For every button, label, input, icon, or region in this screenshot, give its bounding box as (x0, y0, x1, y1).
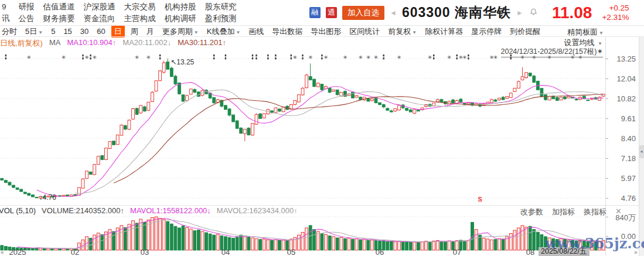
svg-text:✳: ✳ (374, 54, 379, 60)
tab-15min[interactable]: 15 (59, 27, 76, 36)
tab-30min[interactable]: 30 (76, 27, 93, 36)
button-price-alert[interactable]: 到价提醒 (506, 26, 544, 37)
menu-item-institution-holding[interactable]: 机构持股 (165, 1, 196, 12)
chevron-down-icon: ▼ (38, 30, 43, 35)
menu-item-research[interactable]: 研报 (19, 1, 35, 12)
button-draw-line[interactable]: 画线 (244, 26, 268, 37)
x-tick-label: 07 (445, 248, 469, 256)
chevron-down-icon: ▼ (412, 30, 417, 35)
svg-text:✳: ✳ (323, 54, 328, 60)
mavol2-value: MAVOL2:1623434.000↑ (217, 206, 298, 215)
add-indicator-button[interactable]: 加指标 (552, 207, 575, 217)
close-icon[interactable]: ✕ (615, 207, 622, 217)
y-axis-label: 7.18 (608, 154, 636, 163)
volume-bar-chart[interactable] (0, 216, 605, 252)
menu-item-shareholder[interactable]: 股东研究 (205, 1, 237, 12)
ma-info: 日线,前复权) MA MA10:10.904↑ MA20:11.002↓ MA3… (0, 38, 226, 49)
x-tick-label: 04 (214, 248, 237, 256)
button-range-stats[interactable]: 区间统计 (345, 26, 384, 37)
stock-app-window: { "header": { "menu_row1": ["9", "研报", "… (0, 0, 644, 256)
margin-badge[interactable]: 融 (309, 7, 321, 18)
stock-title: 603300 海南华铁 (402, 4, 511, 22)
ma10-value: MA10:10.904↑ (67, 38, 116, 49)
ma20-value: MA20:11.002↓ (122, 38, 171, 49)
menu-item-profit-forecast[interactable]: 盈利预测 (205, 13, 237, 24)
tab-daily-selected[interactable]: 日 (111, 26, 125, 37)
menu-item-frag1[interactable]: 9 (2, 1, 10, 12)
svg-text:✳: ✳ (358, 54, 363, 60)
x-axis: « » 2025/08/22/五 202502030405060708 (0, 247, 639, 256)
x-tick-label: 05 (280, 248, 303, 256)
scroll-left-icon[interactable]: « (1, 249, 3, 255)
alert-bell-icon[interactable] (530, 8, 537, 18)
volume-pane-actions: 改参数 加指标 换指标 ✕ (520, 207, 622, 217)
svg-text:✳: ✳ (293, 54, 298, 60)
svg-text:✳: ✳ (547, 54, 552, 60)
change-percent: +2.31% (602, 13, 629, 22)
add-watchlist-button[interactable]: 加入自选 (342, 6, 384, 20)
toolbar-divider (0, 36, 644, 37)
button-export-data[interactable]: 导出数据 (268, 26, 306, 37)
y-axis-label: 4.76 (608, 194, 636, 203)
svg-text:↖13.25: ↖13.25 (171, 58, 194, 66)
ma-label: MA (49, 38, 61, 49)
chevron-down-icon: ▼ (598, 41, 602, 46)
last-date-box: 2025/08/22/五 (539, 247, 590, 256)
ma30-value: MA30:11.201↑ (178, 38, 226, 49)
last-price: 11.08 (552, 4, 592, 22)
svg-text:✳: ✳ (308, 54, 313, 60)
prev-stock-icon[interactable]: ◄ (390, 9, 397, 17)
menu-item-institution-survey[interactable]: 机构调研 (165, 13, 196, 24)
collapse-panel-handle[interactable]: ◂ (639, 145, 644, 158)
menu-more-periods[interactable]: 更多周期▼ (158, 26, 203, 37)
x-tick-label: 03 (133, 248, 156, 256)
tab-5min[interactable]: 5 (47, 27, 59, 36)
button-export-image[interactable]: 导出图形 (306, 26, 345, 37)
tab-monthly[interactable]: 月 (142, 26, 158, 37)
price-candlestick-chart[interactable]: ✳✳✳✳✳✳✳✳✳✳✳✳✳✳✳✳✳✳✳✳✳✳✳✳✳↖13.25↓4.76S (0, 53, 605, 205)
tab-5day[interactable]: 5日▼ (21, 26, 47, 37)
menu-item-announcement[interactable]: 公告 (19, 13, 35, 24)
menu-item-frag2[interactable]: 讯 (2, 13, 10, 24)
x-tick-label: 2025 (6, 248, 29, 256)
button-show-suspended[interactable]: 显示停牌 (467, 26, 506, 37)
vol-indicator-label: VOL (5,10) (0, 206, 36, 215)
tab-60min[interactable]: 60 (93, 27, 109, 36)
y-axis-label: 12.04 (608, 74, 636, 83)
menu-item-hk-connect[interactable]: 沪深股通 (84, 1, 115, 12)
svg-text:✳: ✳ (447, 54, 452, 60)
switch-indicator-button[interactable]: 换指标 (584, 207, 606, 217)
menu-item-block-trade[interactable]: 大宗交易 (124, 1, 156, 12)
kline-mode-label: 日线,前复权) (0, 38, 43, 49)
x-tick-label: 02 (63, 248, 87, 256)
menu-item-valuation[interactable]: 估值通道 (43, 1, 75, 12)
button-exright-calculator[interactable]: 除权计算器 (421, 26, 467, 37)
svg-text:✳: ✳ (578, 54, 582, 60)
svg-text:✳: ✳ (397, 54, 401, 60)
svg-text:✳: ✳ (27, 54, 32, 60)
svg-text:S: S (478, 196, 482, 203)
pane-divider (0, 205, 639, 206)
svg-text:✳: ✳ (135, 54, 139, 60)
next-stock-icon[interactable]: ► (516, 9, 523, 17)
svg-text:✳: ✳ (428, 54, 432, 60)
tab-intraday[interactable]: 分时 (1, 26, 21, 37)
menu-item-main-business[interactable]: 主营构成 (124, 13, 156, 24)
scroll-right-icon[interactable]: » (634, 249, 636, 255)
chevron-down-icon: ▼ (236, 30, 240, 35)
change-params-button[interactable]: 改参数 (520, 207, 543, 217)
header-right-cluster: 融 通 加入自选 ◄ 603300 海南华铁 ► 11.08 +0.25 +2.… (309, 0, 629, 25)
menu-item-money-flow[interactable]: 资金流向 (84, 13, 115, 24)
menu-adjust-mode[interactable]: 前复权▼ (384, 26, 421, 37)
menu-kline-overlay[interactable]: K线叠加▼ (203, 26, 245, 37)
price-change: +0.25 +2.31% (602, 4, 629, 22)
svg-text:✳: ✳ (146, 54, 151, 60)
top-menu-bar: 9 讯 研报 公告 估值通道 财务摘要 沪深股通 资金流向 大宗交易 主营构成 … (0, 0, 644, 25)
svg-text:✳: ✳ (493, 54, 498, 60)
tab-weekly[interactable]: 周 (127, 26, 142, 37)
svg-text:↓4.76: ↓4.76 (39, 193, 57, 202)
connect-badge[interactable]: 通 (326, 7, 337, 18)
menu-item-financial-summary[interactable]: 财务摘要 (43, 13, 75, 24)
y-axis-label: 8.40 (608, 134, 636, 143)
y-axis-label: 13.25 (608, 54, 636, 63)
